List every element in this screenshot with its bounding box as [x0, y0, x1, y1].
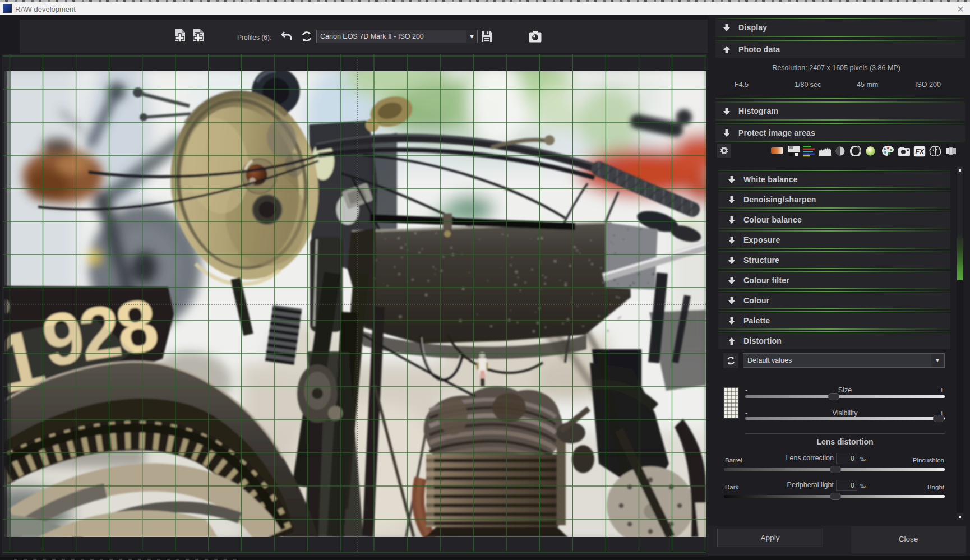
- svg-text:FX: FX: [915, 148, 924, 156]
